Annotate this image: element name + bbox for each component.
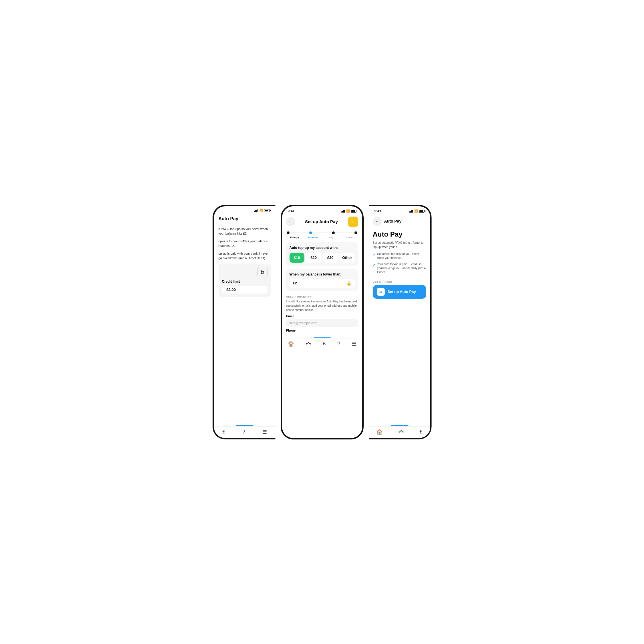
amount-option-other[interactable]: Other <box>340 253 355 263</box>
left-page-title: Auto Pay <box>214 213 276 224</box>
get-started-label: GET STARTED <box>373 278 426 283</box>
credit-limit-value: £2.00 <box>222 286 267 294</box>
balance-value: £2 <box>293 281 297 285</box>
nav-item-network[interactable] <box>306 342 311 346</box>
right-page-title: Auto Pay <box>369 228 430 239</box>
bullet-list: ✓ Set repeat top-ups for yo... meter whe… <box>373 252 426 274</box>
step-label-energy: Energy <box>286 236 304 239</box>
signal-icon <box>409 210 413 213</box>
right-header-title: Auto Pay <box>384 219 402 223</box>
right-status-bar: 9:41 📶 <box>369 206 430 214</box>
signal-icon <box>254 209 258 212</box>
left-bottom-nav: £ ? ☰ <box>214 426 276 438</box>
center-bottom-nav: 🏠 £ ? ☰ <box>282 338 362 350</box>
stepper-labels: Energy Amount Pay Done <box>282 235 362 241</box>
step-line-3 <box>335 233 354 233</box>
right-description: Set up automatic PAYG top-u... forget to… <box>373 241 426 249</box>
credit-limit-label: Credit limit <box>222 280 240 284</box>
step-dot-4 <box>354 231 357 234</box>
center-phone: 9:41 📶 ← Set up Auto Pay ⚡ <box>281 205 364 439</box>
nav-item-help[interactable]: ? <box>242 429 245 435</box>
email-label: Email <box>286 314 358 318</box>
right-time: 9:41 <box>374 209 381 213</box>
step-dot-1 <box>287 231 290 234</box>
nav-item-billing[interactable]: £ <box>222 429 225 435</box>
amount-card-title: Auto top-up my account with: <box>290 246 355 250</box>
left-status-icons: 📶 <box>254 209 270 212</box>
stepper <box>282 229 362 235</box>
phone-label: Phone <box>286 329 358 332</box>
amount-option-20[interactable]: £20 <box>306 253 321 263</box>
svg-line-8 <box>400 431 401 432</box>
wifi-icon: 📶 <box>414 209 418 213</box>
step-label-pay: Pay <box>322 236 340 239</box>
center-status-bar: 9:41 📶 <box>282 206 362 214</box>
svg-line-4 <box>309 343 310 344</box>
right-bottom-nav: 🏠 £ <box>369 426 430 438</box>
svg-point-2 <box>310 343 311 344</box>
trash-icon[interactable]: 🗑 <box>257 267 267 277</box>
bullet-item-2: ✓ Your auto top-up is paid ... card, so … <box>373 262 426 274</box>
center-content: ← Set up Auto Pay ⚡ Energy Amount Pay Do… <box>282 214 362 438</box>
right-body: Set up automatic PAYG top-u... forget to… <box>369 239 430 424</box>
lock-icon: 🔒 <box>346 281 351 286</box>
center-header: ← Set up Auto Pay ⚡ <box>282 214 362 229</box>
amount-option-10[interactable]: £10 <box>290 253 305 263</box>
checkmark-icon-1: ✓ <box>373 252 376 257</box>
credit-limit-card: 🗑 Credit limit £2.00 <box>219 263 271 297</box>
center-status-icons: 📶 <box>341 209 356 213</box>
balance-card: When my balance is lower than: £2 🔒 <box>286 269 358 291</box>
balance-value-row: £2 🔒 <box>290 279 355 288</box>
receipt-description: If you'd like a receipt when your Auto P… <box>286 299 358 312</box>
nav-item-menu[interactable]: ☰ <box>352 341 356 347</box>
center-time: 9:41 <box>288 209 295 213</box>
step-label-amount: Amount <box>304 236 322 239</box>
left-text-3: op-up is paid with your bank ll never go… <box>219 251 271 261</box>
amount-option-30[interactable]: £30 <box>323 253 338 263</box>
scene: 📶 Auto Pay c PAYG top-ups so you never w… <box>193 193 451 451</box>
nav-item-home[interactable]: 🏠 <box>377 429 383 435</box>
amount-card: Auto top-up my account with: £10 £20 £30… <box>286 242 358 266</box>
signal-icon <box>341 210 345 213</box>
center-page-title: Set up Auto Pay <box>305 219 338 224</box>
back-button[interactable]: ← <box>286 217 295 226</box>
left-text-1: c PAYG top-ups so you never when your ba… <box>219 227 271 236</box>
nav-item-home[interactable]: 🏠 <box>288 341 294 347</box>
infinity-icon: ∞ <box>377 288 385 296</box>
nav-item-network[interactable] <box>398 430 404 434</box>
wifi-icon: 📶 <box>346 209 350 213</box>
right-content: ← Auto Pay Auto Pay Set up automatic PAY… <box>369 214 430 438</box>
receipt-section: NEED A RECEIPT? If you'd like a receipt … <box>282 293 362 336</box>
left-phone: 📶 Auto Pay c PAYG top-ups so you never w… <box>213 205 276 439</box>
step-line-1 <box>290 233 309 233</box>
step-label-done: Done <box>340 236 359 239</box>
lightning-button[interactable]: ⚡ <box>348 217 358 227</box>
battery-icon <box>419 210 425 213</box>
svg-point-7 <box>403 431 404 432</box>
setup-autopay-label: Set up Auto Pay <box>388 290 416 294</box>
left-text-2: op-ups for your PAYG your balance reache… <box>219 239 271 248</box>
right-status-icons: 📶 <box>409 209 425 213</box>
bullet-item-1: ✓ Set repeat top-ups for yo... meter whe… <box>373 252 426 260</box>
left-status-bar: 📶 <box>214 206 276 213</box>
step-line-2 <box>312 233 332 233</box>
left-body: c PAYG top-ups so you never when your ba… <box>214 224 276 424</box>
nav-item-billing[interactable]: £ <box>419 429 422 435</box>
step-dot-2 <box>309 231 312 234</box>
battery-icon <box>351 210 356 213</box>
nav-item-billing[interactable]: £ <box>323 341 326 347</box>
right-header: ← Auto Pay <box>369 214 430 228</box>
wifi-icon: 📶 <box>259 209 263 212</box>
back-button[interactable]: ← <box>373 217 382 226</box>
left-content: Auto Pay c PAYG top-ups so you never whe… <box>214 213 276 438</box>
setup-autopay-button[interactable]: ∞ Set up Auto Pay <box>373 285 426 299</box>
svg-line-9 <box>402 431 403 432</box>
svg-line-3 <box>307 343 308 344</box>
battery-icon <box>264 209 270 212</box>
nav-item-help[interactable]: ? <box>337 341 340 347</box>
amount-options: £10 £20 £30 Other <box>290 253 355 263</box>
receipt-label: NEED A RECEIPT? <box>286 295 358 298</box>
nav-item-menu[interactable]: ☰ <box>262 429 267 435</box>
email-input[interactable]: sam@example.com <box>286 319 358 327</box>
step-dot-3 <box>332 231 335 234</box>
